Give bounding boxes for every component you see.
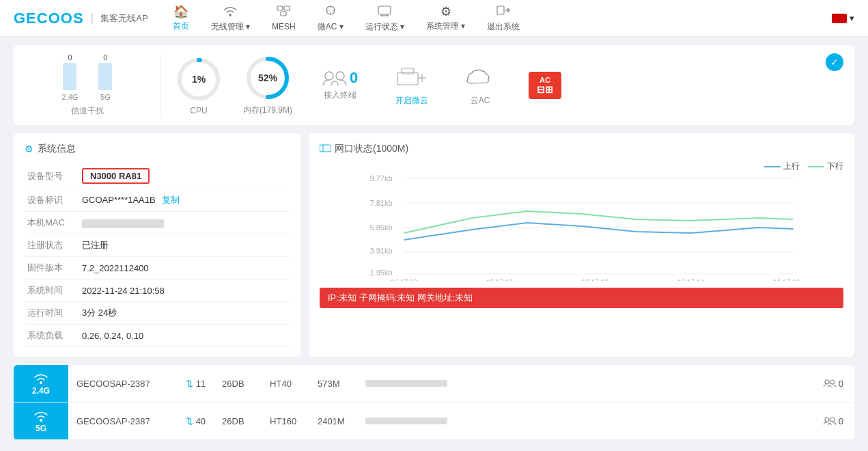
row-value-time: 2022-11-24 21:10:58 <box>79 279 290 302</box>
nav-runstatus[interactable]: 运行状态 ▾ <box>354 0 415 37</box>
channel-24g-label: 2.4G <box>62 93 79 101</box>
language-arrow[interactable]: ▾ <box>850 13 854 23</box>
legend-up: 上行 <box>764 161 800 172</box>
row-label-firmware: 固件版本 <box>25 257 79 279</box>
terminals-count: 0 <box>350 69 358 87</box>
legend-up-line <box>764 166 781 167</box>
terminals-icon-area: 0 <box>322 69 358 87</box>
ac-grid-icon: ⊟⊞ <box>537 84 553 95</box>
nav-sysmanage-label: 系统管理 ▾ <box>426 20 465 32</box>
wifi-mode-24g: HT40 <box>262 372 309 396</box>
nav-runstatus-label: 运行状态 ▾ <box>365 21 404 33</box>
row-label-uptime: 运行时间 <box>25 302 79 325</box>
wifi-users-count-5g: 0 <box>839 416 843 426</box>
nav-logout-label: 退出系统 <box>487 21 520 33</box>
micro-cloud-widget[interactable]: 开启微云 <box>381 64 443 107</box>
svg-text:7.81kb: 7.81kb <box>370 199 393 207</box>
row-label-mac: 本机MAC <box>25 212 79 234</box>
nav-home-label: 首页 <box>173 20 189 32</box>
nav-logout[interactable]: 退出系统 <box>476 0 531 37</box>
legend-down: 下行 <box>808 161 843 172</box>
chart-warning: IP:未知 子网掩码:未知 网关地址:未知 <box>320 288 843 308</box>
svg-rect-3 <box>281 12 286 16</box>
svg-rect-2 <box>284 6 290 10</box>
device-id-text: GCOAP****1AA1B <box>82 195 156 205</box>
table-row: 运行时间 3分 24秒 <box>25 302 290 325</box>
cloud-icon2 <box>463 64 497 87</box>
cloud-ac-icon <box>463 64 497 92</box>
wifi-row-5g: 5G GECOOSAP-2387 ⇅ 40 26DB HT160 2401M 0 <box>14 402 854 440</box>
row-value-status: 已注册 <box>79 234 290 257</box>
memory-label: 内存(179.9M) <box>243 105 292 116</box>
users-icon-24g <box>824 379 836 388</box>
chart-area: 上行 下行 9.77kb 7.81kb 5.86kb 3.91kb 1.95kb <box>320 161 843 284</box>
svg-rect-22 <box>402 68 414 74</box>
wifi-channel-icon-5g: ⇅ <box>186 416 193 426</box>
terminals-widget: 0 接入终端 <box>306 69 374 101</box>
svg-rect-1 <box>277 6 283 10</box>
micro-cloud-label[interactable]: 开启微云 <box>395 95 428 107</box>
wifi-channel-val-5g: 40 <box>196 416 206 426</box>
svg-text:16:17:14: 16:17:14 <box>677 279 704 281</box>
wifi-row-24g: 2.4G GECOOSAP-2387 ⇅ 11 26DB HT40 573M 0 <box>14 365 854 402</box>
logo: GECOOS | 集客无线AP <box>14 10 148 27</box>
channel-title: 信道干扰 <box>71 105 104 117</box>
top-navigation: GECOOS | 集客无线AP 🏠 首页 无线管理 ▾ MESH 微AC ▾ <box>0 0 868 37</box>
wifi-band-5g: 5G <box>14 402 68 439</box>
channel-5g-bar <box>98 63 112 90</box>
table-row: 系统时间 2022-11-24 21:10:58 <box>25 279 290 302</box>
users-icon-5g <box>824 416 836 426</box>
svg-point-46 <box>825 418 829 422</box>
svg-rect-9 <box>378 6 391 14</box>
cpu-gauge-container: 1% <box>175 55 223 103</box>
runstatus-arrow: ▾ <box>400 22 404 31</box>
row-value-uptime: 3分 24秒 <box>79 302 290 325</box>
wifi-ssid-24g: GECOOSAP-2387 <box>68 372 178 396</box>
nav-mesh[interactable]: MESH <box>261 1 307 36</box>
wireless-arrow: ▾ <box>246 22 250 31</box>
cpu-label: CPU <box>190 106 207 115</box>
wifi-ssid-5g: GECOOSAP-2387 <box>68 409 178 433</box>
svg-point-43 <box>825 380 829 384</box>
terminals-icon <box>322 69 347 87</box>
row-label-model: 设备型号 <box>25 163 79 189</box>
copy-button[interactable]: 复制 <box>162 195 180 205</box>
band-24g-label: 2.4G <box>32 386 50 396</box>
nav-wireless[interactable]: 无线管理 ▾ <box>200 0 261 37</box>
terminals-label: 接入终端 <box>324 90 356 101</box>
wifi-users-24g: 0 <box>813 372 854 396</box>
nav-right: ▾ <box>832 13 854 23</box>
sysinfo-icon: ⚙ <box>25 144 33 154</box>
nav-home[interactable]: 🏠 首页 <box>162 0 200 36</box>
svg-point-42 <box>40 381 42 384</box>
nav-microac[interactable]: 微AC ▾ <box>307 0 354 37</box>
sysinfo-table: 设备型号 N3000 RA81 设备标识 GCOAP****1AA1B 复制 本… <box>25 163 290 347</box>
legend-down-line <box>808 166 824 167</box>
svg-text:16:17:08: 16:17:08 <box>391 279 417 281</box>
flag-icon[interactable] <box>832 14 847 23</box>
svg-point-45 <box>40 419 42 422</box>
wifi-channel-val-24g: 11 <box>196 379 206 389</box>
widgets-row: 0 2.4G 0 5G 信道干扰 1% CPU <box>14 45 854 125</box>
wifi-rate-24g: 573M <box>309 372 357 396</box>
svg-text:3.91kb: 3.91kb <box>370 247 393 255</box>
nav-microac-label: 微AC ▾ <box>318 21 344 33</box>
nav-sysmanage[interactable]: ⚙ 系统管理 ▾ <box>415 0 476 36</box>
legend-up-label: 上行 <box>783 161 800 172</box>
cpu-gauge-widget: 1% CPU <box>168 55 229 115</box>
svg-point-47 <box>830 418 835 422</box>
wifi-band-24g: 2.4G <box>14 365 68 402</box>
chart-panel: 网口状态(1000M) 上行 下行 9.77kb 7.81kb <box>309 133 854 357</box>
svg-text:5.86kb: 5.86kb <box>370 223 393 232</box>
brand-name: GECOOS <box>14 10 84 27</box>
row-value-mac <box>79 212 290 234</box>
svg-point-44 <box>830 380 835 384</box>
wifi-icon-24g <box>33 372 49 386</box>
wifi-mode-5g: HT160 <box>262 409 309 433</box>
row-label-status: 注册状态 <box>25 234 79 257</box>
channel-24g-value: 0 <box>68 53 72 62</box>
sysinfo-title-text: 系统信息 <box>38 143 76 155</box>
legend-down-label: 下行 <box>827 161 843 172</box>
microac-icon <box>323 4 338 20</box>
cloud-ac-widget: 云AC <box>449 64 511 107</box>
